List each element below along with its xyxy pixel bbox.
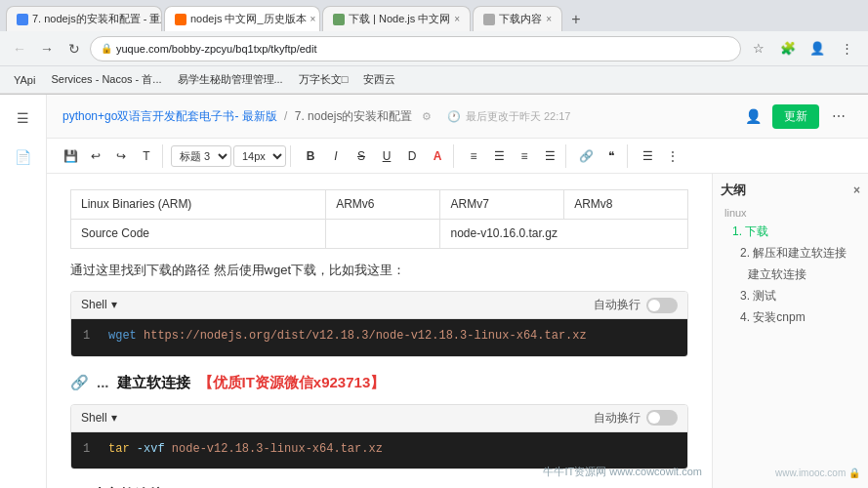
- outline-item-2[interactable]: 2. 解压和建立软连接: [721, 242, 860, 264]
- main-content: python+go双语言开发配套电子书- 最新版 / 7. nodejs的安装和…: [47, 95, 868, 488]
- link-button[interactable]: 🔗: [574, 144, 598, 168]
- align-right-button[interactable]: ≡: [513, 144, 536, 168]
- shell-lang-selector-2[interactable]: Shell ▾: [81, 409, 117, 427]
- bookmark-bar: YApi Services - Nacos - 首... 易学生秘助管理管理..…: [0, 66, 868, 94]
- outline-header: 大纲 ×: [721, 182, 860, 199]
- profile-icon[interactable]: 👤: [804, 35, 831, 62]
- underline-button[interactable]: U: [375, 144, 398, 168]
- update-button[interactable]: 更新: [772, 104, 819, 129]
- italic-button[interactable]: I: [324, 144, 348, 168]
- section-2-icon: 🔗: [70, 371, 89, 394]
- doc-area: Linux Binaries (ARM) ARMv6 ARMv7 ARMv8 S…: [47, 174, 868, 488]
- delete-button[interactable]: D: [400, 144, 424, 168]
- reload-button[interactable]: ↻: [62, 37, 86, 61]
- tab-2[interactable]: nodejs 中文网_历史版本 ×: [164, 6, 320, 31]
- shell-block-2: Shell ▾ 自动换行: [70, 404, 688, 469]
- outline-close-button[interactable]: ×: [853, 183, 860, 197]
- download-table: Linux Binaries (ARM) ARMv6 ARMv7 ARMv8 S…: [70, 189, 688, 249]
- table-cell-armv8-1: ARMv8: [564, 190, 688, 220]
- tab-3[interactable]: 下载 | Node.js 中文网 ×: [322, 6, 471, 31]
- list-view-button[interactable]: ☰: [636, 144, 659, 168]
- editor-container: ☰ 📄 python+go双语言开发配套电子书- 最新版 / 7. nodejs…: [0, 95, 868, 488]
- tab-favicon-3: [333, 14, 345, 25]
- tab-close-4[interactable]: ×: [546, 14, 552, 24]
- doc-header: python+go双语言开发配套电子书- 最新版 / 7. nodejs的安装和…: [47, 95, 868, 139]
- font-color-button[interactable]: A: [426, 144, 449, 168]
- align-left-button[interactable]: ≡: [462, 144, 485, 168]
- bookmark-wanzi[interactable]: 万字长文□: [293, 70, 354, 89]
- section-2-title-text: 建立软连接: [117, 371, 190, 394]
- quote-button[interactable]: ❝: [599, 144, 623, 168]
- save-icon[interactable]: 💾: [59, 144, 82, 168]
- outline-item-5[interactable]: 4. 安装cnpm: [721, 306, 860, 328]
- undo-icon[interactable]: ↩: [84, 144, 107, 168]
- outline-item-4[interactable]: 3. 测试: [721, 285, 860, 306]
- outline-view-button[interactable]: ⋮: [661, 144, 684, 168]
- bookmark-anxiyun[interactable]: 安西云: [357, 70, 401, 89]
- shell-code-1: wget https://nodejs.org/dist/v12.18.3/no…: [108, 327, 587, 346]
- tab-bar: 7. nodejs的安装和配置 - 重新... × nodejs 中文网_历史版…: [0, 0, 868, 31]
- tab-1[interactable]: 7. nodejs的安装和配置 - 重新... ×: [6, 6, 162, 31]
- shell-body-2: 1 tar -xvf node-v12.18.3-linux-x64.tar.x…: [71, 432, 687, 468]
- outline-item-3[interactable]: 建立软连接: [721, 264, 860, 285]
- new-tab-button[interactable]: +: [564, 8, 588, 31]
- shell-dropdown-icon-2: ▾: [111, 409, 117, 427]
- shell-block-1: Shell ▾ 自动换行: [70, 291, 688, 356]
- redo-icon[interactable]: ↪: [109, 144, 133, 168]
- auto-wrap-label-1: 自动换行: [594, 296, 641, 314]
- table-cell-armv6-1: ARMv6: [326, 190, 440, 220]
- more-options-icon[interactable]: ⋯: [825, 102, 852, 130]
- shell-header-1: Shell ▾ 自动换行: [71, 292, 687, 319]
- bookmark-nacos[interactable]: Services - Nacos - 首...: [45, 70, 167, 89]
- tab-label-1: 7. nodejs的安装和配置 - 重新...: [32, 12, 162, 26]
- auto-wrap-toggle-2[interactable]: [646, 410, 678, 426]
- tab-close-2[interactable]: ×: [310, 14, 316, 24]
- auto-wrap-toggle-1[interactable]: [646, 298, 678, 313]
- shell-code-2: tar -xvf node-v12.18.3-linux-x64.tar.xz: [108, 440, 383, 459]
- fontsize-select[interactable]: 14px 12px 16px: [233, 145, 286, 167]
- bookmark-student[interactable]: 易学生秘助管理管理...: [172, 70, 289, 89]
- intro-text: 通过这里找到下载的路径 然后使用wget下载，比如我这里：: [70, 261, 688, 281]
- wget-keyword: wget: [108, 329, 137, 343]
- tab-label-4: 下载内容: [499, 12, 542, 26]
- sidebar-toc-icon[interactable]: 📄: [8, 142, 39, 173]
- left-sidebar: ☰ 📄: [0, 95, 47, 488]
- tab-favicon-1: [17, 14, 28, 25]
- shell-body-1: 1 wget https://nodejs.org/dist/v12.18.3/…: [71, 319, 687, 355]
- shell-lang-selector-1[interactable]: Shell ▾: [81, 296, 117, 314]
- forward-button[interactable]: →: [35, 37, 59, 61]
- bookmark-star-icon[interactable]: ☆: [745, 35, 772, 62]
- back-button[interactable]: ←: [8, 37, 31, 61]
- browser-chrome: 7. nodejs的安装和配置 - 重新... × nodejs 中文网_历史版…: [0, 0, 868, 95]
- extension-icon[interactable]: 🧩: [774, 35, 802, 62]
- breadcrumb-book[interactable]: python+go双语言开发配套电子书- 最新版: [62, 109, 277, 123]
- wget-url: https://nodejs.org/dist/v12.18.3/node-v1…: [144, 329, 587, 343]
- bold-button[interactable]: B: [299, 144, 322, 168]
- tab-4[interactable]: 下载内容 ×: [473, 6, 562, 31]
- address-text: yuque.com/bobby-zpcyu/bq1txp/tkyftp/edit: [116, 43, 316, 55]
- format-icon[interactable]: T: [135, 144, 158, 168]
- outline-item-1[interactable]: 1. 下载: [721, 221, 860, 242]
- align-justify-button[interactable]: ☰: [538, 144, 561, 168]
- user-icon[interactable]: 👤: [739, 102, 766, 130]
- bookmark-yapi[interactable]: YApi: [8, 72, 41, 88]
- heading-select[interactable]: 标题 3 标题 1 标题 2 正文: [171, 145, 231, 167]
- menu-icon[interactable]: ⋮: [833, 35, 860, 62]
- tab-favicon-2: [175, 14, 186, 25]
- table-cell-source-1: [326, 220, 440, 249]
- doc-content[interactable]: Linux Binaries (ARM) ARMv6 ARMv7 ARMv8 S…: [47, 174, 712, 488]
- breadcrumb: python+go双语言开发配套电子书- 最新版 / 7. nodejs的安装和…: [62, 108, 432, 125]
- table-cell-source-label: Source Code: [71, 220, 326, 249]
- strikethrough-button[interactable]: S: [350, 144, 373, 168]
- table-row-2: Source Code node-v10.16.0.tar.gz: [71, 220, 688, 249]
- toolbar-align-group: ≡ ☰ ≡ ☰: [458, 144, 566, 168]
- sidebar-home-icon[interactable]: ☰: [8, 102, 39, 134]
- section-3-title: 建立软连接: [91, 483, 164, 488]
- align-center-button[interactable]: ☰: [487, 144, 511, 168]
- line-number-2: 1: [83, 440, 99, 459]
- editor-toolbar: 💾 ↩ ↪ T 标题 3 标题 1 标题 2 正文 14px 12px: [47, 139, 868, 174]
- address-bar[interactable]: 🔒 yuque.com/bobby-zpcyu/bq1txp/tkyftp/ed…: [90, 36, 741, 61]
- toolbar-extra-group: 🔗 ❝: [570, 144, 628, 168]
- settings-icon: ⚙: [422, 110, 432, 122]
- tab-close-3[interactable]: ×: [454, 14, 460, 24]
